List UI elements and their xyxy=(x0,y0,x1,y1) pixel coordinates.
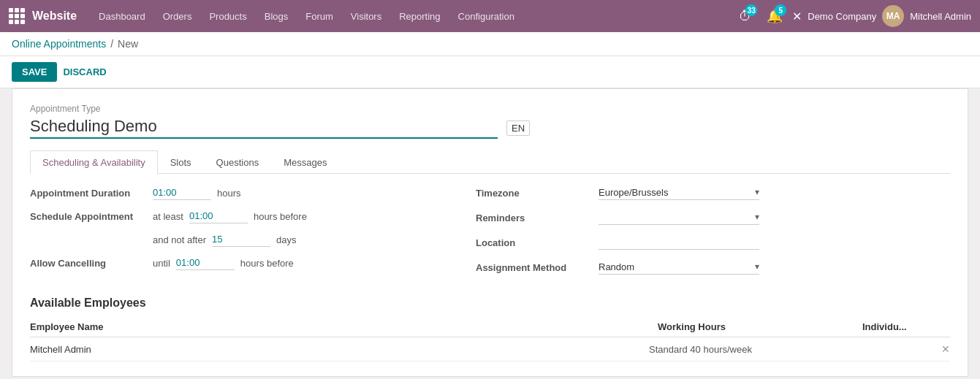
section-title: Available Employees xyxy=(30,296,950,310)
col-employee-header: Employee Name xyxy=(30,321,658,332)
assignment-method-label: Assignment Method xyxy=(476,262,593,273)
reminders-label: Reminders xyxy=(476,213,593,223)
schedule-hours-input[interactable] xyxy=(189,209,248,223)
location-input[interactable] xyxy=(599,235,759,250)
appointment-name-row: EN xyxy=(30,117,950,139)
wrench-button[interactable]: ✕ xyxy=(792,9,802,23)
navbar: Website Dashboard Orders Products Blogs … xyxy=(0,0,980,32)
at-least-text: at least xyxy=(153,211,183,222)
reminders-select[interactable] xyxy=(599,210,759,225)
nav-blogs[interactable]: Blogs xyxy=(257,7,296,26)
appointment-duration-input[interactable] xyxy=(153,185,211,200)
discard-button[interactable]: DISCARD xyxy=(63,66,106,77)
save-button[interactable]: SAVE xyxy=(12,62,57,82)
nav-products[interactable]: Products xyxy=(202,7,254,26)
breadcrumb-separator: / xyxy=(110,38,113,50)
brand-name[interactable]: Website xyxy=(32,9,77,23)
grid-menu-icon[interactable] xyxy=(9,8,25,24)
appointment-name-input[interactable] xyxy=(30,117,498,139)
delete-row-button[interactable]: ✕ xyxy=(941,343,950,355)
tab-slots[interactable]: Slots xyxy=(158,150,204,174)
not-after-row: and not after days xyxy=(30,232,447,247)
schedule-appointment-row: Schedule Appointment at least hours befo… xyxy=(30,209,447,223)
tabs: Scheduling & Availability Slots Question… xyxy=(30,150,950,174)
form-left: Appointment Duration hours Schedule Appo… xyxy=(30,185,447,285)
breadcrumb-current: New xyxy=(118,38,138,50)
bell-badge: 5 xyxy=(775,4,786,16)
tab-questions[interactable]: Questions xyxy=(204,150,272,174)
reminders-row: Reminders xyxy=(476,210,950,225)
nav-reporting[interactable]: Reporting xyxy=(392,7,447,26)
nav-visitors[interactable]: Visitors xyxy=(343,7,389,26)
timezone-row: Timezone Europe/Brussels xyxy=(476,185,950,200)
form-card: Appointment Type EN Scheduling & Availab… xyxy=(12,88,968,377)
lang-badge[interactable]: EN xyxy=(506,120,530,136)
bell-button[interactable]: 🔔 5 xyxy=(763,4,786,28)
and-not-after-text: and not after xyxy=(153,234,206,245)
navbar-right: ⏱ 33 🔔 5 ✕ Demo Company MA Mitchell Admi… xyxy=(734,4,971,28)
allow-cancelling-row: Allow Cancelling until hours before xyxy=(30,256,447,270)
appointment-duration-row: Appointment Duration hours xyxy=(30,185,447,200)
location-row: Location xyxy=(476,235,950,250)
timezone-label: Timezone xyxy=(476,188,593,199)
nav-configuration[interactable]: Configuration xyxy=(451,7,522,26)
clock-badge: 33 xyxy=(745,4,757,16)
appointment-duration-label: Appointment Duration xyxy=(30,188,147,199)
avatar[interactable]: MA xyxy=(882,5,904,27)
cancel-hours-input[interactable] xyxy=(176,256,235,270)
assignment-method-row: Assignment Method Random xyxy=(476,260,950,275)
until-text: until xyxy=(153,258,170,269)
col-hours-header: Working Hours xyxy=(658,321,862,332)
user-name: Mitchell Admin xyxy=(910,11,971,22)
avatar-initials: MA xyxy=(886,11,900,21)
working-hours-cell: Standard 40 hours/week xyxy=(649,344,854,355)
timezone-select-wrapper: Europe/Brussels xyxy=(599,185,759,200)
nav-dashboard[interactable]: Dashboard xyxy=(91,7,153,26)
form-section: Appointment Duration hours Schedule Appo… xyxy=(30,174,950,296)
timezone-select[interactable]: Europe/Brussels xyxy=(599,185,759,200)
days-input[interactable] xyxy=(212,232,270,247)
tab-messages[interactable]: Messages xyxy=(271,150,339,174)
clock-button[interactable]: ⏱ 33 xyxy=(734,4,757,28)
nav-links: Dashboard Orders Products Blogs Forum Vi… xyxy=(91,7,734,26)
allow-cancelling-label: Allow Cancelling xyxy=(30,258,147,269)
appointment-type-label: Appointment Type xyxy=(30,104,950,114)
employee-name-cell: Mitchell Admin xyxy=(30,344,649,355)
schedule-appointment-label: Schedule Appointment xyxy=(30,211,147,222)
breadcrumb-parent[interactable]: Online Appointments xyxy=(12,38,106,50)
available-employees-section: Available Employees Employee Name Workin… xyxy=(30,296,950,361)
col-individual-header: Individu... xyxy=(862,321,950,332)
reminders-select-wrapper xyxy=(599,210,759,225)
tab-scheduling[interactable]: Scheduling & Availability xyxy=(30,150,158,174)
days-unit: days xyxy=(276,234,296,245)
cancel-hours-unit: hours before xyxy=(240,258,294,269)
breadcrumb: Online Appointments / New xyxy=(0,32,980,56)
assignment-method-select-wrapper: Random xyxy=(599,260,759,275)
action-bar: SAVE DISCARD xyxy=(0,56,980,88)
hours-before-text: hours before xyxy=(254,211,307,222)
location-label: Location xyxy=(476,237,593,248)
company-name: Demo Company xyxy=(808,11,876,22)
main-content: Appointment Type EN Scheduling & Availab… xyxy=(0,88,980,379)
appointment-duration-unit: hours xyxy=(217,188,241,199)
form-right: Timezone Europe/Brussels Reminders xyxy=(476,185,950,285)
table-header: Employee Name Working Hours Individu... xyxy=(30,317,950,337)
nav-forum[interactable]: Forum xyxy=(298,7,341,26)
table-row: Mitchell Admin Standard 40 hours/week ✕ xyxy=(30,337,950,361)
nav-orders[interactable]: Orders xyxy=(156,7,200,26)
assignment-method-select[interactable]: Random xyxy=(599,260,759,275)
